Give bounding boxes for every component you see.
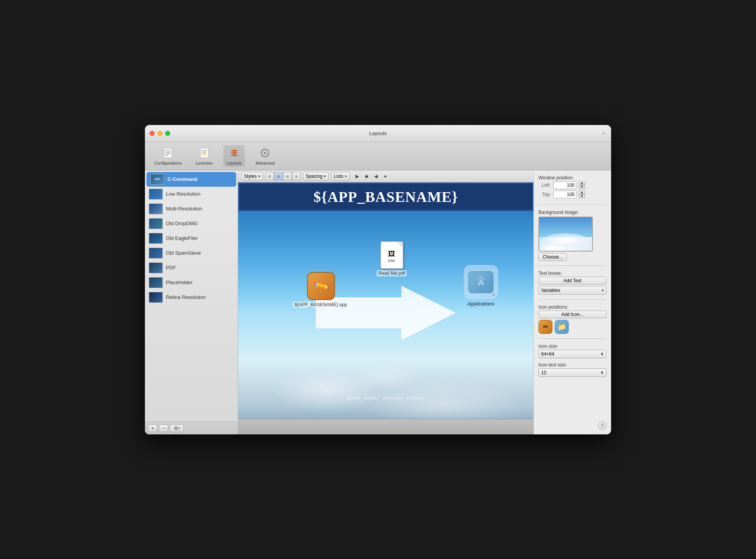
choose-background-button[interactable]: Choose...: [538, 253, 567, 261]
licenses-label: Licenses: [196, 161, 213, 165]
sidebar-item-label-old-eaglefiler: Old EagleFiler: [166, 235, 198, 241]
icon-positions-label: Icon positions:: [538, 304, 606, 310]
align-center-button[interactable]: ≡: [274, 172, 283, 181]
sidebar-thumb-c-command: APP: [150, 174, 164, 185]
top-decrement-button[interactable]: ▼: [579, 194, 585, 198]
sidebar-item-retina-resolution[interactable]: Retina Resolution: [145, 290, 238, 305]
svg-point-14: [264, 152, 266, 154]
window-position-label: Window position:: [538, 175, 606, 181]
canvas-area: ${APP_BASENAME} ✏️ ${APP_BASENAME}.app: [238, 182, 533, 434]
sidebar-thumb-placeholder: [149, 277, 163, 288]
styles-dropdown[interactable]: Styles ▾: [241, 172, 263, 181]
dmg-bottom-bar: [238, 419, 533, 434]
media-buttons: ▶ ◆ ◀ ●: [354, 172, 389, 180]
dmg-applications-icon: A ↗ Applications: [464, 265, 498, 307]
top-input[interactable]: [553, 191, 577, 198]
add-icon-button[interactable]: Add Icon...: [538, 311, 606, 318]
sidebar-bottom: + − ⚙ ▾: [145, 422, 238, 434]
toolbar-item-advanced[interactable]: Advanced: [253, 145, 278, 167]
text-boxes-section: Text boxes: Add Text Variables ▾: [538, 271, 606, 295]
variables-chevron-icon: ▾: [602, 288, 604, 292]
sidebar-item-label-low-resolution: Low Resolution: [166, 191, 200, 197]
pdf-fold: [397, 242, 402, 247]
dmg-app-icon-label: ${APP_BASENAME}.app: [293, 302, 348, 308]
left-input[interactable]: [553, 181, 577, 189]
left-field-label: Left:: [538, 182, 551, 188]
top-stepper: ▲ ▼: [579, 191, 585, 198]
gear-button[interactable]: ⚙ ▾: [170, 424, 184, 432]
dmg-background: ${APP_BASENAME} ✏️ ${APP_BASENAME}.app: [238, 182, 533, 419]
divider-2: [538, 266, 606, 266]
sidebar-item-low-resolution[interactable]: Low Resolution: [145, 187, 238, 201]
variables-dropdown[interactable]: Variables ▾: [538, 286, 606, 295]
svg-line-22: [263, 155, 263, 155]
top-row: Top: ▲ ▼: [538, 191, 606, 198]
spacing-chevron-icon: ▾: [324, 174, 326, 178]
top-increment-button[interactable]: ▲: [579, 191, 585, 194]
sidebar-item-label-retina-resolution: Retina Resolution: [166, 294, 206, 300]
icon-text-size-chevron-icon: ⬍: [601, 371, 604, 375]
apps-icon-image: A ↗: [464, 265, 498, 299]
dmg-pdf-icon: 🖼 PDF Read Me.pdf: [377, 241, 407, 276]
close-button[interactable]: [150, 131, 155, 136]
sidebar-item-old-dropdmg[interactable]: Old DropDMG: [145, 216, 238, 231]
dmg-applications-label: Applications: [467, 301, 495, 307]
icon-positions-section: Icon positions: Add Icon... ✏ 📁: [538, 304, 606, 334]
toolbar-item-layouts[interactable]: Layouts: [223, 145, 245, 167]
record-button[interactable]: ●: [381, 172, 389, 180]
sidebar-thumb-low-resolution: [149, 189, 163, 200]
divider-4: [538, 339, 606, 339]
sidebar-item-c-command[interactable]: APP C-Command: [146, 172, 236, 187]
sidebar-item-label-old-dropdmg: Old DropDMG: [166, 220, 198, 226]
lists-dropdown[interactable]: Lists ▾: [331, 172, 350, 181]
configurations-icon: [162, 147, 174, 159]
icon-text-size-dropdown[interactable]: 12 ⬍: [538, 368, 606, 377]
fullscreen-button[interactable]: [165, 131, 170, 136]
sidebar-item-multi-resolution[interactable]: Multi-Resolution: [145, 201, 238, 216]
text-boxes-label: Text boxes:: [538, 271, 606, 276]
svg-rect-5: [200, 148, 208, 158]
icon-size-dropdown[interactable]: 64×64 ⬍: [538, 350, 606, 358]
help-button[interactable]: ?: [598, 421, 606, 430]
sidebar-item-placeholder[interactable]: Placeholder: [145, 275, 238, 290]
left-increment-button[interactable]: ▲: [579, 181, 585, 185]
align-right-button[interactable]: ≡: [283, 172, 292, 181]
align-left-button[interactable]: ≡: [265, 172, 274, 181]
divider-3: [538, 299, 606, 300]
spacing-dropdown[interactable]: Spacing ▾: [303, 172, 329, 181]
remove-layout-button[interactable]: −: [159, 424, 168, 432]
variables-label: Variables: [541, 288, 560, 293]
add-text-button[interactable]: Add Text: [538, 277, 606, 285]
left-decrement-button[interactable]: ▼: [579, 185, 585, 189]
app-icon-image: ✏️: [307, 272, 335, 300]
minimize-button[interactable]: [157, 131, 162, 136]
sidebar-item-label-multi-resolution: Multi-Resolution: [166, 206, 202, 212]
background-image-preview: [538, 217, 593, 252]
sidebar-item-old-eaglefiler[interactable]: Old EagleFiler: [145, 231, 238, 246]
play-button[interactable]: ▶: [354, 172, 361, 180]
sidebar-thumb-old-spamsieve: [149, 248, 163, 259]
app-icon-preview-glyph: ✏: [543, 323, 548, 330]
toolbar-item-licenses[interactable]: Licenses: [193, 145, 216, 167]
add-layout-button[interactable]: +: [148, 424, 157, 432]
advanced-label: Advanced: [256, 161, 275, 165]
icon-text-size-label: Icon text size:: [538, 362, 606, 368]
diamond-button[interactable]: ◆: [363, 172, 371, 180]
sidebar-thumb-old-eaglefiler: [149, 233, 163, 244]
sidebar-item-pdf[interactable]: PDF: [145, 260, 238, 275]
align-justify-button[interactable]: ≡: [292, 172, 301, 181]
sidebar-item-label-placeholder: Placeholder: [166, 280, 193, 285]
fullscreen-icon[interactable]: ⤢: [600, 130, 606, 136]
gear-icon: ⚙: [174, 425, 179, 431]
sidebar-item-old-spamsieve[interactable]: Old SpamSieve: [145, 246, 238, 260]
toolbar-item-configurations[interactable]: Configurations: [151, 145, 185, 167]
svg-line-19: [263, 150, 263, 151]
background-image-label: Background image:: [538, 210, 606, 215]
pdf-icon-image: 🖼 PDF: [380, 241, 403, 269]
layouts-icon: [228, 147, 240, 159]
traffic-lights: [150, 131, 170, 136]
licenses-icon: [198, 147, 211, 159]
back-button[interactable]: ◀: [372, 172, 380, 180]
dmg-pdf-label: Read Me.pdf: [377, 270, 407, 276]
center-panel: Styles ▾ ≡ ≡ ≡ ≡ Spacing ▾ Lists ▾: [238, 170, 533, 434]
